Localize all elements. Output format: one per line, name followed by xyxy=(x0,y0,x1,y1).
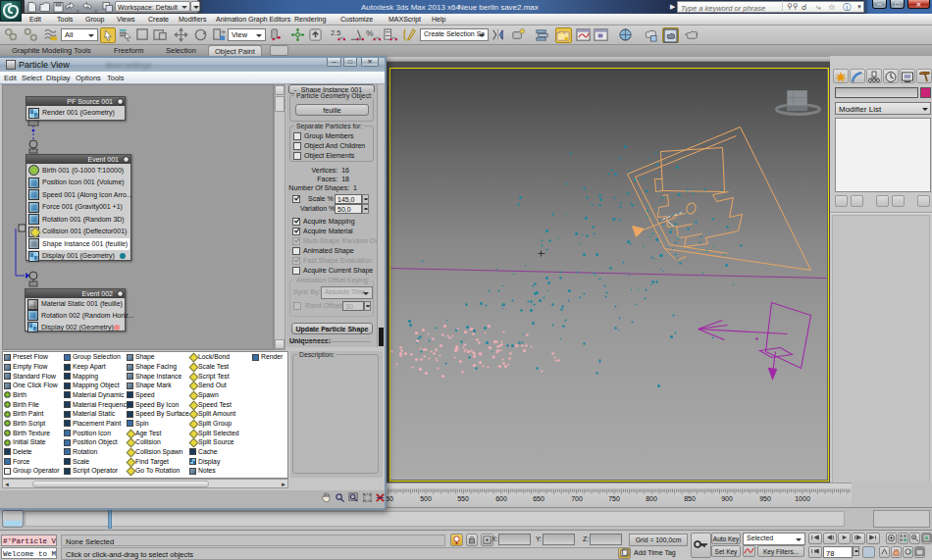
svg-text:%: % xyxy=(366,28,374,38)
svg-text:950: 950 xyxy=(759,495,771,502)
svg-text:900: 900 xyxy=(721,495,733,502)
svg-text:500: 500 xyxy=(420,495,432,502)
svg-text:600: 600 xyxy=(495,495,507,502)
svg-text:850: 850 xyxy=(684,495,696,502)
svg-text:550: 550 xyxy=(457,495,469,502)
svg-text:50: 50 xyxy=(386,495,393,502)
svg-text:700: 700 xyxy=(571,495,583,502)
svg-text:750: 750 xyxy=(608,495,620,502)
svg-text:800: 800 xyxy=(646,495,657,502)
svg-text:1000: 1000 xyxy=(795,495,810,502)
svg-text:650: 650 xyxy=(533,495,544,502)
svg-text:2.5: 2.5 xyxy=(331,28,340,37)
